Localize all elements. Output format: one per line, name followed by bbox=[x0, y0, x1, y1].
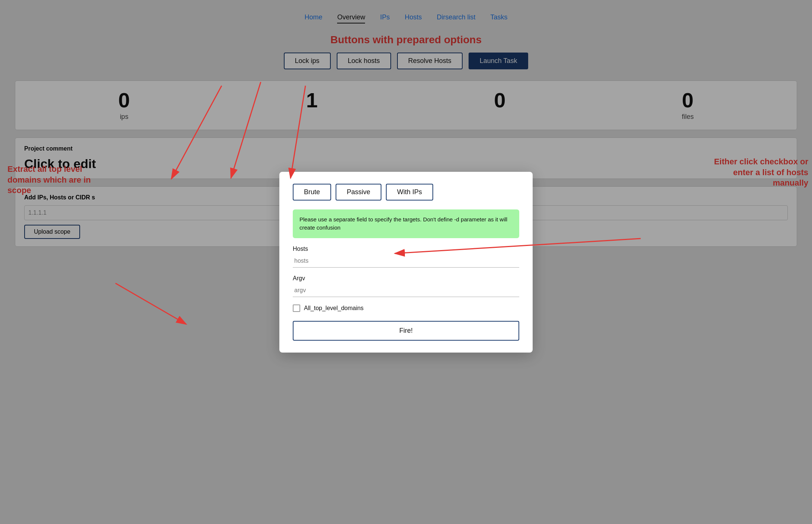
checkbox-row: All_top_level_domains bbox=[293, 304, 519, 312]
hosts-input[interactable] bbox=[293, 255, 519, 268]
modal-brute-button[interactable]: Brute bbox=[293, 184, 331, 201]
argv-field-group: Argv bbox=[293, 275, 519, 297]
modal-withips-button[interactable]: With IPs bbox=[386, 184, 433, 201]
modal-alert: Please use a separate field to specify t… bbox=[293, 209, 519, 238]
fire-button[interactable]: Fire! bbox=[293, 321, 519, 341]
argv-label: Argv bbox=[293, 275, 519, 282]
modal-passive-button[interactable]: Passive bbox=[336, 184, 381, 201]
modal-button-group: Brute Passive With IPs bbox=[293, 184, 519, 201]
all-top-level-checkbox[interactable] bbox=[293, 304, 300, 312]
hosts-label: Hosts bbox=[293, 246, 519, 252]
argv-input[interactable] bbox=[293, 284, 519, 297]
modal-overlay[interactable]: Brute Passive With IPs Please use a sepa… bbox=[0, 0, 812, 524]
checkbox-label: All_top_level_domains bbox=[304, 305, 364, 312]
modal-dialog: Brute Passive With IPs Please use a sepa… bbox=[279, 172, 533, 353]
hosts-field-group: Hosts bbox=[293, 246, 519, 268]
